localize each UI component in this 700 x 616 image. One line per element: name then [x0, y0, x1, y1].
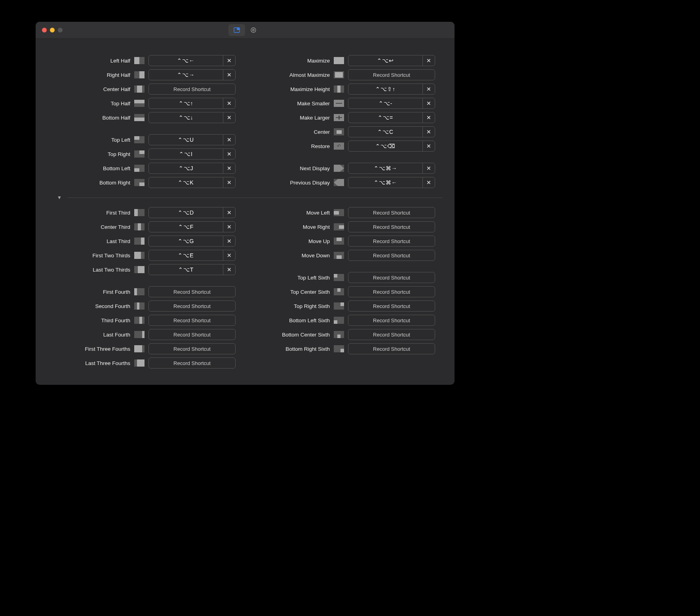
disclosure-triangle-icon[interactable]: ▼: [57, 195, 62, 200]
third-fourth-shortcut-recorder[interactable]: Record Shortcut: [148, 315, 236, 326]
right-half-clear-button[interactable]: ✕: [223, 70, 235, 80]
last-third-shortcut-text: ⌃⌥G: [149, 236, 223, 246]
last-third-shortcut-recorder[interactable]: ⌃⌥G✕: [148, 236, 236, 247]
almost-maximize-row: Almost MaximizeRecord Shortcut: [255, 69, 435, 81]
settings-tab[interactable]: [245, 24, 262, 36]
second-fourth-shortcut-recorder[interactable]: Record Shortcut: [148, 300, 236, 312]
left-half-clear-button[interactable]: ✕: [223, 55, 235, 66]
restore-shortcut-recorder[interactable]: ⌃⌥⌫✕: [348, 141, 435, 152]
move-down-shortcut-recorder[interactable]: Record Shortcut: [348, 250, 435, 261]
previous-display-clear-button[interactable]: ✕: [422, 177, 435, 188]
last-two-thirds-shortcut-recorder[interactable]: ⌃⌥T✕: [148, 264, 236, 275]
make-larger-label: Make Larger: [255, 115, 330, 121]
bottom-center-sixth-shortcut-recorder[interactable]: Record Shortcut: [348, 329, 435, 340]
maximize-height-shortcut-recorder[interactable]: ⌃⌥⇧↑✕: [348, 84, 435, 95]
mx-thumb-icon: [334, 57, 344, 64]
top-half-shortcut-recorder[interactable]: ⌃⌥↑✕: [148, 98, 236, 109]
top-right-row: Top Right⌃⌥I✕: [55, 148, 236, 160]
restore-clear-button[interactable]: ✕: [422, 141, 435, 151]
last-three-fourths-shortcut-recorder[interactable]: Record Shortcut: [148, 357, 236, 369]
bottom-left-sixth-shortcut-recorder[interactable]: Record Shortcut: [348, 315, 435, 326]
almost-maximize-shortcut-recorder[interactable]: Record Shortcut: [348, 69, 435, 80]
bottom-left-shortcut-recorder[interactable]: ⌃⌥J✕: [148, 163, 236, 174]
make-smaller-clear-button[interactable]: ✕: [422, 98, 435, 108]
next-display-clear-button[interactable]: ✕: [422, 163, 435, 173]
bottom-left-clear-button[interactable]: ✕: [223, 163, 235, 173]
maximize-clear-button[interactable]: ✕: [422, 55, 435, 66]
s-bl-thumb-icon: [334, 317, 344, 324]
bottom-right-clear-button[interactable]: ✕: [223, 177, 235, 188]
last-two-thirds-clear-button[interactable]: ✕: [223, 264, 235, 275]
restore-row: Restore↶⌃⌥⌫✕: [255, 140, 435, 152]
second-fourth-row: Second FourthRecord Shortcut: [55, 300, 236, 312]
move-left-label: Move Left: [255, 210, 330, 216]
first-two-thirds-shortcut-recorder[interactable]: ⌃⌥E✕: [148, 250, 236, 261]
shortcuts-tab[interactable]: [228, 24, 245, 36]
s-tr-thumb-icon: [334, 302, 344, 310]
left-column-bottom: First Third⌃⌥D✕Center Third⌃⌥F✕Last Thir…: [55, 207, 236, 369]
gear-icon: [250, 27, 257, 34]
maximize-height-clear-button[interactable]: ✕: [422, 84, 435, 94]
bottom-right-shortcut-recorder[interactable]: ⌃⌥K✕: [148, 177, 236, 188]
last-third-label: Last Third: [55, 238, 130, 244]
lg-thumb-icon: [334, 114, 344, 121]
ch-thumb-icon: [134, 86, 145, 93]
bottom-half-shortcut-recorder[interactable]: ⌃⌥↓✕: [148, 112, 236, 123]
bottom-left-shortcut-text: ⌃⌥J: [149, 163, 223, 173]
top-center-sixth-label: Top Center Sixth: [255, 289, 330, 295]
mr-thumb-icon: [334, 223, 344, 230]
nd-thumb-icon: [334, 165, 344, 172]
minimize-window-button[interactable]: [50, 28, 55, 32]
bottom-half-clear-button[interactable]: ✕: [223, 112, 235, 123]
ml-thumb-icon: [334, 209, 344, 216]
maximize-label: Maximize: [255, 58, 330, 64]
t2-thumb-icon: [134, 223, 145, 230]
move-left-row: Move LeftRecord Shortcut: [255, 207, 435, 219]
f1-thumb-icon: [134, 288, 145, 295]
make-larger-shortcut-recorder[interactable]: ⌃⌥=✕: [348, 112, 435, 123]
top-right-shortcut-recorder[interactable]: ⌃⌥I✕: [148, 148, 236, 160]
svg-point-3: [253, 29, 254, 31]
move-up-shortcut-recorder[interactable]: Record Shortcut: [348, 236, 435, 247]
top-right-sixth-shortcut-recorder[interactable]: Record Shortcut: [348, 300, 435, 312]
center-half-shortcut-recorder[interactable]: Record Shortcut: [148, 84, 236, 95]
move-down-row: Move DownRecord Shortcut: [255, 249, 435, 261]
bottom-right-shortcut-text: ⌃⌥K: [149, 177, 223, 188]
top-left-clear-button[interactable]: ✕: [223, 135, 235, 145]
center-third-clear-button[interactable]: ✕: [223, 222, 235, 232]
top-half-clear-button[interactable]: ✕: [223, 98, 235, 108]
ctr-thumb-icon: [334, 128, 344, 135]
bottom-right-sixth-shortcut-recorder[interactable]: Record Shortcut: [348, 343, 435, 354]
make-larger-clear-button[interactable]: ✕: [422, 112, 435, 123]
previous-display-shortcut-recorder[interactable]: ⌃⌥⌘←✕: [348, 177, 435, 188]
center-clear-button[interactable]: ✕: [422, 127, 435, 137]
next-display-shortcut-recorder[interactable]: ⌃⌥⌘→✕: [348, 163, 435, 174]
right-half-label: Right Half: [55, 72, 130, 78]
move-left-shortcut-recorder[interactable]: Record Shortcut: [348, 207, 435, 218]
top-left-sixth-shortcut-recorder[interactable]: Record Shortcut: [348, 272, 435, 283]
make-smaller-shortcut-recorder[interactable]: ⌃⌥-✕: [348, 98, 435, 109]
right-column-top: Maximize⌃⌥↩✕Almost MaximizeRecord Shortc…: [255, 55, 435, 188]
bottom-left-label: Bottom Left: [55, 165, 130, 171]
move-right-shortcut-recorder[interactable]: Record Shortcut: [348, 221, 435, 232]
center-shortcut-recorder[interactable]: ⌃⌥C✕: [348, 126, 435, 137]
center-third-label: Center Third: [55, 224, 130, 230]
first-third-clear-button[interactable]: ✕: [223, 207, 235, 218]
first-fourth-shortcut-recorder[interactable]: Record Shortcut: [148, 286, 236, 297]
left-half-shortcut-recorder[interactable]: ⌃⌥←✕: [148, 55, 236, 66]
center-third-shortcut-recorder[interactable]: ⌃⌥F✕: [148, 221, 236, 232]
last-third-clear-button[interactable]: ✕: [223, 236, 235, 246]
top-right-clear-button[interactable]: ✕: [223, 149, 235, 159]
close-window-button[interactable]: [42, 28, 47, 32]
first-third-shortcut-recorder[interactable]: ⌃⌥D✕: [148, 207, 236, 218]
first-two-thirds-clear-button[interactable]: ✕: [223, 250, 235, 260]
maximize-shortcut-recorder[interactable]: ⌃⌥↩✕: [348, 55, 435, 66]
first-three-fourths-shortcut-recorder[interactable]: Record Shortcut: [148, 343, 236, 354]
center-shortcut-text: ⌃⌥C: [348, 127, 422, 137]
top-center-sixth-shortcut-recorder[interactable]: Record Shortcut: [348, 286, 435, 297]
right-half-shortcut-recorder[interactable]: ⌃⌥→✕: [148, 69, 236, 80]
last-fourth-shortcut-recorder[interactable]: Record Shortcut: [148, 329, 236, 340]
zoom-window-button[interactable]: [58, 28, 63, 32]
top-left-shortcut-recorder[interactable]: ⌃⌥U✕: [148, 134, 236, 145]
restore-shortcut-text: ⌃⌥⌫: [348, 141, 422, 151]
